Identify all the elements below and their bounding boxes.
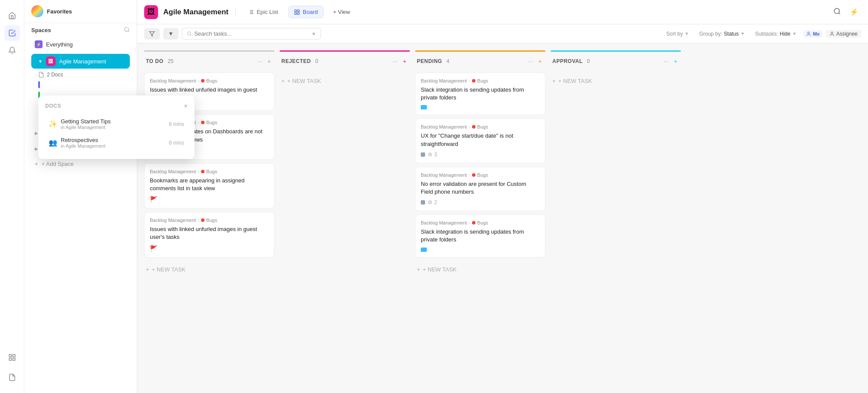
add-view-btn[interactable]: + View bbox=[329, 6, 354, 18]
column-header-todo: TO DO 25 ··· + bbox=[144, 53, 274, 69]
col-add-btn-todo[interactable]: + bbox=[266, 57, 273, 66]
arrow-right-icon: ▶ bbox=[35, 131, 38, 135]
nav-pulse-icon[interactable] bbox=[4, 350, 20, 365]
everything-icon: ⚡ bbox=[35, 40, 43, 48]
flag-red-icon: 🚩 bbox=[150, 245, 157, 252]
group-chevron-icon: ▼ bbox=[740, 31, 745, 36]
card[interactable]: Backlog Management › Bugs Slack integrat… bbox=[415, 215, 545, 257]
col-title-rejected: REJECTED bbox=[281, 58, 311, 64]
svg-rect-14 bbox=[298, 13, 300, 14]
breadcrumb-1: Backlog Management bbox=[421, 172, 467, 178]
me-badge[interactable]: Me bbox=[803, 30, 822, 37]
card-title: Slack integration is sending updates fro… bbox=[421, 86, 540, 102]
breadcrumb-arrow: › bbox=[469, 220, 470, 225]
svg-point-4 bbox=[125, 27, 129, 31]
doc-row[interactable]: ✨ Getting Started Tips in Agile Manageme… bbox=[45, 115, 188, 133]
new-task-btn[interactable]: + + NEW TASK bbox=[280, 74, 410, 88]
card[interactable]: Backlog Management › Bugs UX for "Change… bbox=[415, 119, 545, 163]
card-title: Slack integration is sending updates fro… bbox=[421, 228, 540, 244]
spaces-header: Spaces bbox=[24, 23, 137, 37]
group-by-control[interactable]: Group by: Status ▼ bbox=[696, 29, 748, 39]
arrow-right-icon2: ▶ bbox=[35, 146, 38, 151]
cards-container-approval: + + NEW TASK bbox=[551, 73, 681, 386]
col-menu-btn-todo[interactable]: ··· bbox=[255, 57, 264, 66]
sidebar-item-everything[interactable]: ⚡ Everything bbox=[28, 38, 133, 51]
col-add-btn-approval[interactable]: + bbox=[672, 57, 679, 66]
svg-rect-13 bbox=[298, 10, 300, 11]
sidebar: Favorites Spaces ⚡ Everything ▼ 🖼 Agile … bbox=[24, 0, 137, 393]
col-count-rejected: 0 bbox=[315, 58, 318, 64]
tag-blue bbox=[421, 248, 427, 252]
nav-check-icon[interactable] bbox=[4, 25, 20, 41]
lightning-btn[interactable]: ⚡ bbox=[847, 5, 861, 19]
subtasks-control[interactable]: Subtasks: Hide ▼ bbox=[752, 29, 800, 39]
bug-dot bbox=[472, 173, 475, 177]
col-actions-rejected: ··· + bbox=[391, 57, 408, 66]
svg-point-22 bbox=[831, 32, 833, 33]
card-breadcrumb: Backlog Management › Bugs bbox=[150, 169, 269, 174]
tab-board[interactable]: Board bbox=[288, 6, 323, 18]
col-menu-btn-rejected[interactable]: ··· bbox=[391, 57, 399, 66]
column-pending: PENDING 4 ··· + Backlog Management › Bug… bbox=[415, 50, 545, 386]
docs-popup-header: DOCS × bbox=[45, 102, 188, 109]
column-rejected: REJECTED 0 ··· + + + NEW TASK bbox=[280, 50, 410, 386]
sort-by-control[interactable]: Sort by ▼ bbox=[663, 29, 692, 39]
svg-rect-2 bbox=[13, 358, 15, 360]
toolbar-right: Sort by ▼ Group by: Status ▼ Subtasks: H… bbox=[663, 29, 861, 39]
search-input-icon bbox=[187, 31, 192, 36]
assignee-btn[interactable]: Assignee bbox=[826, 30, 861, 38]
nav-doc-icon[interactable] bbox=[4, 370, 20, 385]
doc-item-location: in Agile Management bbox=[61, 143, 106, 149]
col-count-approval: 0 bbox=[587, 58, 590, 64]
filter-icon bbox=[149, 31, 155, 37]
search-btn[interactable] bbox=[831, 5, 844, 20]
new-task-btn[interactable]: + + NEW TASK bbox=[415, 263, 545, 276]
spaces-search-icon[interactable] bbox=[124, 26, 130, 34]
col-add-btn-pending[interactable]: + bbox=[537, 57, 544, 66]
docs-popup: DOCS × ✨ Getting Started Tips in Agile M… bbox=[38, 96, 195, 159]
card[interactable]: Backlog Management › Bugs No error valid… bbox=[415, 167, 545, 211]
assignee-person-icon bbox=[829, 31, 835, 36]
filter-expand-btn[interactable]: ▼ bbox=[163, 28, 178, 40]
board-icon bbox=[294, 9, 300, 15]
search-box: ▼ bbox=[182, 28, 321, 40]
col-menu-btn-pending[interactable]: ··· bbox=[526, 57, 535, 66]
sidebar-item-agile[interactable]: ▼ 🖼 Agile Management bbox=[31, 54, 130, 69]
doc-info: Retrospectives in Agile Management bbox=[61, 137, 106, 149]
col-menu-btn-approval[interactable]: ··· bbox=[662, 57, 670, 66]
search-dropdown-icon[interactable]: ▼ bbox=[311, 31, 316, 36]
group-by-value: Status bbox=[724, 31, 739, 37]
sidebar-item-2docs[interactable]: 2 Docs bbox=[24, 70, 137, 79]
col-add-btn-rejected[interactable]: + bbox=[401, 57, 408, 66]
group-by-label: Group by: bbox=[699, 31, 722, 37]
column-bar-todo bbox=[144, 50, 274, 52]
filter-btn[interactable] bbox=[144, 28, 160, 40]
new-task-btn[interactable]: + + NEW TASK bbox=[144, 263, 274, 276]
card[interactable]: Backlog Management › Bugs Bookmarks are … bbox=[144, 163, 274, 208]
add-space-btn[interactable]: + + Add Space bbox=[28, 158, 133, 170]
card-breadcrumb: Backlog Management › Bugs bbox=[421, 78, 540, 83]
card[interactable]: Backlog Management › Bugs Issues with li… bbox=[144, 212, 274, 257]
col-title-pending: PENDING bbox=[417, 58, 442, 64]
card-breadcrumb: Backlog Management › Bugs bbox=[421, 172, 540, 178]
new-task-btn[interactable]: + + NEW TASK bbox=[551, 74, 681, 88]
search-input[interactable] bbox=[194, 30, 309, 37]
docs-popup-close-btn[interactable]: × bbox=[184, 102, 188, 109]
doc-row[interactable]: 👥 Retrospectives in Agile Management 8 m… bbox=[45, 133, 188, 152]
gear-count-value: 3 bbox=[434, 152, 437, 158]
tab-epic-list[interactable]: Epic List bbox=[243, 6, 283, 18]
breadcrumb-arrow: › bbox=[469, 172, 470, 178]
svg-rect-0 bbox=[9, 354, 11, 357]
card[interactable]: Backlog Management › Bugs Slack integrat… bbox=[415, 73, 545, 115]
card-title: Bookmarks are appearing in assigned comm… bbox=[150, 177, 269, 192]
new-task-label: + NEW TASK bbox=[152, 266, 186, 273]
tag-grey bbox=[421, 152, 425, 157]
column-approval: APPROVAL 0 ··· + + + NEW TASK bbox=[551, 50, 681, 386]
nav-home-icon[interactable] bbox=[4, 8, 20, 23]
card-footer bbox=[421, 105, 540, 109]
spaces-title: Spaces bbox=[31, 27, 51, 33]
nav-bell-icon[interactable] bbox=[4, 43, 20, 58]
card-title: Issues with linked unfurled images in gu… bbox=[150, 225, 269, 241]
sidebar-header: Favorites bbox=[24, 0, 137, 23]
gear-count: ⚙ 3 bbox=[428, 152, 437, 158]
